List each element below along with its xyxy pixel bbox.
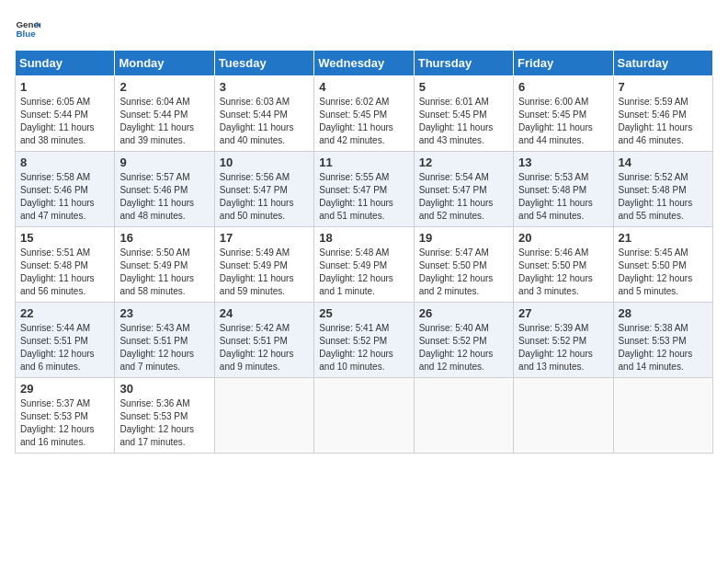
day-number: 13 bbox=[518, 155, 608, 169]
calendar-cell: 6Sunrise: 6:00 AM Sunset: 5:45 PM Daylig… bbox=[514, 76, 613, 152]
calendar-cell: 13Sunrise: 5:53 AM Sunset: 5:48 PM Dayli… bbox=[514, 152, 613, 227]
day-number: 6 bbox=[518, 80, 608, 94]
day-content: Sunrise: 5:40 AM Sunset: 5:52 PM Dayligh… bbox=[419, 322, 508, 373]
day-number: 11 bbox=[319, 155, 408, 169]
calendar-week-2: 8Sunrise: 5:58 AM Sunset: 5:46 PM Daylig… bbox=[16, 152, 713, 227]
day-content: Sunrise: 6:00 AM Sunset: 5:45 PM Dayligh… bbox=[518, 96, 608, 147]
day-number: 27 bbox=[518, 306, 608, 320]
day-content: Sunrise: 6:01 AM Sunset: 5:45 PM Dayligh… bbox=[419, 96, 508, 147]
calendar-cell: 4Sunrise: 6:02 AM Sunset: 5:45 PM Daylig… bbox=[314, 76, 414, 152]
calendar-cell: 7Sunrise: 5:59 AM Sunset: 5:46 PM Daylig… bbox=[613, 76, 712, 152]
calendar-cell bbox=[414, 378, 513, 454]
day-header-tuesday: Tuesday bbox=[214, 51, 313, 76]
day-content: Sunrise: 5:43 AM Sunset: 5:51 PM Dayligh… bbox=[119, 322, 209, 373]
day-content: Sunrise: 5:42 AM Sunset: 5:51 PM Dayligh… bbox=[220, 322, 309, 373]
calendar-table: SundayMondayTuesdayWednesdayThursdayFrid… bbox=[15, 50, 713, 454]
calendar-cell: 22Sunrise: 5:44 AM Sunset: 5:51 PM Dayli… bbox=[16, 303, 115, 378]
day-number: 16 bbox=[119, 231, 209, 245]
calendar-week-5: 29Sunrise: 5:37 AM Sunset: 5:53 PM Dayli… bbox=[16, 378, 713, 454]
day-content: Sunrise: 5:36 AM Sunset: 5:53 PM Dayligh… bbox=[119, 397, 209, 449]
day-number: 5 bbox=[419, 80, 508, 94]
calendar-cell: 1Sunrise: 6:05 AM Sunset: 5:44 PM Daylig… bbox=[16, 76, 115, 152]
day-content: Sunrise: 5:38 AM Sunset: 5:53 PM Dayligh… bbox=[619, 322, 708, 373]
day-number: 21 bbox=[619, 231, 708, 245]
day-content: Sunrise: 5:41 AM Sunset: 5:52 PM Dayligh… bbox=[319, 322, 408, 373]
calendar-cell: 10Sunrise: 5:56 AM Sunset: 5:47 PM Dayli… bbox=[214, 152, 313, 227]
day-number: 1 bbox=[20, 80, 109, 94]
day-number: 29 bbox=[20, 382, 109, 396]
calendar-cell: 28Sunrise: 5:38 AM Sunset: 5:53 PM Dayli… bbox=[613, 303, 712, 378]
day-header-saturday: Saturday bbox=[613, 51, 712, 76]
day-content: Sunrise: 5:50 AM Sunset: 5:49 PM Dayligh… bbox=[119, 247, 209, 298]
day-content: Sunrise: 5:44 AM Sunset: 5:51 PM Dayligh… bbox=[20, 322, 109, 373]
day-number: 3 bbox=[220, 80, 309, 94]
calendar-cell: 23Sunrise: 5:43 AM Sunset: 5:51 PM Dayli… bbox=[115, 303, 214, 378]
day-content: Sunrise: 6:04 AM Sunset: 5:44 PM Dayligh… bbox=[119, 96, 209, 147]
day-number: 22 bbox=[20, 306, 109, 320]
calendar-cell: 12Sunrise: 5:54 AM Sunset: 5:47 PM Dayli… bbox=[414, 152, 513, 227]
day-content: Sunrise: 5:55 AM Sunset: 5:47 PM Dayligh… bbox=[319, 171, 408, 223]
day-content: Sunrise: 5:56 AM Sunset: 5:47 PM Dayligh… bbox=[220, 171, 309, 223]
day-content: Sunrise: 5:59 AM Sunset: 5:46 PM Dayligh… bbox=[619, 96, 708, 147]
day-number: 8 bbox=[20, 155, 109, 169]
calendar-cell: 2Sunrise: 6:04 AM Sunset: 5:44 PM Daylig… bbox=[115, 76, 214, 152]
day-content: Sunrise: 5:49 AM Sunset: 5:49 PM Dayligh… bbox=[220, 247, 309, 298]
logo-icon: General Blue bbox=[15, 15, 40, 40]
calendar-week-4: 22Sunrise: 5:44 AM Sunset: 5:51 PM Dayli… bbox=[16, 303, 713, 378]
day-number: 28 bbox=[619, 306, 708, 320]
page-header: General Blue bbox=[15, 15, 713, 40]
day-number: 25 bbox=[319, 306, 408, 320]
calendar-cell bbox=[314, 378, 414, 454]
calendar-cell bbox=[613, 378, 712, 454]
day-header-friday: Friday bbox=[514, 51, 613, 76]
calendar-cell: 19Sunrise: 5:47 AM Sunset: 5:50 PM Dayli… bbox=[414, 227, 513, 303]
day-number: 9 bbox=[119, 155, 209, 169]
day-content: Sunrise: 5:52 AM Sunset: 5:48 PM Dayligh… bbox=[619, 171, 708, 223]
day-number: 12 bbox=[419, 155, 508, 169]
calendar-cell: 9Sunrise: 5:57 AM Sunset: 5:46 PM Daylig… bbox=[115, 152, 214, 227]
calendar-cell bbox=[214, 378, 313, 454]
day-content: Sunrise: 5:37 AM Sunset: 5:53 PM Dayligh… bbox=[20, 397, 109, 449]
day-number: 17 bbox=[220, 231, 309, 245]
day-number: 7 bbox=[619, 80, 708, 94]
day-content: Sunrise: 5:57 AM Sunset: 5:46 PM Dayligh… bbox=[119, 171, 209, 223]
calendar-cell: 26Sunrise: 5:40 AM Sunset: 5:52 PM Dayli… bbox=[414, 303, 513, 378]
calendar-cell: 15Sunrise: 5:51 AM Sunset: 5:48 PM Dayli… bbox=[16, 227, 115, 303]
day-number: 26 bbox=[419, 306, 508, 320]
day-content: Sunrise: 6:03 AM Sunset: 5:44 PM Dayligh… bbox=[220, 96, 309, 147]
calendar-cell: 8Sunrise: 5:58 AM Sunset: 5:46 PM Daylig… bbox=[16, 152, 115, 227]
calendar-week-3: 15Sunrise: 5:51 AM Sunset: 5:48 PM Dayli… bbox=[16, 227, 713, 303]
day-number: 30 bbox=[119, 382, 209, 396]
day-content: Sunrise: 5:53 AM Sunset: 5:48 PM Dayligh… bbox=[518, 171, 608, 223]
calendar-cell: 20Sunrise: 5:46 AM Sunset: 5:50 PM Dayli… bbox=[514, 227, 613, 303]
day-content: Sunrise: 5:39 AM Sunset: 5:52 PM Dayligh… bbox=[518, 322, 608, 373]
calendar-cell: 14Sunrise: 5:52 AM Sunset: 5:48 PM Dayli… bbox=[613, 152, 712, 227]
calendar-cell: 3Sunrise: 6:03 AM Sunset: 5:44 PM Daylig… bbox=[214, 76, 313, 152]
calendar-cell: 24Sunrise: 5:42 AM Sunset: 5:51 PM Dayli… bbox=[214, 303, 313, 378]
day-number: 19 bbox=[419, 231, 508, 245]
calendar-cell: 25Sunrise: 5:41 AM Sunset: 5:52 PM Dayli… bbox=[314, 303, 414, 378]
day-content: Sunrise: 5:46 AM Sunset: 5:50 PM Dayligh… bbox=[518, 247, 608, 298]
day-content: Sunrise: 5:58 AM Sunset: 5:46 PM Dayligh… bbox=[20, 171, 109, 223]
day-number: 2 bbox=[119, 80, 209, 94]
calendar-header-row: SundayMondayTuesdayWednesdayThursdayFrid… bbox=[16, 51, 713, 76]
day-header-wednesday: Wednesday bbox=[314, 51, 414, 76]
day-number: 18 bbox=[319, 231, 408, 245]
day-content: Sunrise: 5:51 AM Sunset: 5:48 PM Dayligh… bbox=[20, 247, 109, 298]
calendar-cell: 29Sunrise: 5:37 AM Sunset: 5:53 PM Dayli… bbox=[16, 378, 115, 454]
day-number: 20 bbox=[518, 231, 608, 245]
calendar-cell: 18Sunrise: 5:48 AM Sunset: 5:49 PM Dayli… bbox=[314, 227, 414, 303]
day-header-monday: Monday bbox=[115, 51, 214, 76]
calendar-cell: 17Sunrise: 5:49 AM Sunset: 5:49 PM Dayli… bbox=[214, 227, 313, 303]
day-content: Sunrise: 6:05 AM Sunset: 5:44 PM Dayligh… bbox=[20, 96, 109, 147]
svg-text:Blue: Blue bbox=[16, 29, 36, 39]
calendar-cell: 21Sunrise: 5:45 AM Sunset: 5:50 PM Dayli… bbox=[613, 227, 712, 303]
day-number: 10 bbox=[220, 155, 309, 169]
calendar-cell: 11Sunrise: 5:55 AM Sunset: 5:47 PM Dayli… bbox=[314, 152, 414, 227]
day-number: 23 bbox=[119, 306, 209, 320]
day-content: Sunrise: 6:02 AM Sunset: 5:45 PM Dayligh… bbox=[319, 96, 408, 147]
day-content: Sunrise: 5:45 AM Sunset: 5:50 PM Dayligh… bbox=[619, 247, 708, 298]
day-header-thursday: Thursday bbox=[414, 51, 513, 76]
calendar-cell: 16Sunrise: 5:50 AM Sunset: 5:49 PM Dayli… bbox=[115, 227, 214, 303]
day-content: Sunrise: 5:54 AM Sunset: 5:47 PM Dayligh… bbox=[419, 171, 508, 223]
